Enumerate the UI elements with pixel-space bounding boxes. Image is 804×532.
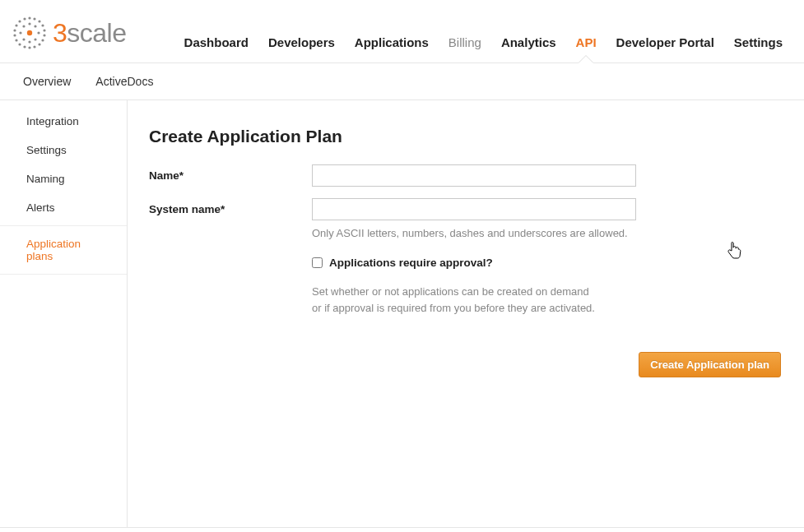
svg-point-10 — [23, 45, 26, 48]
logo[interactable]: 3scale — [12, 15, 127, 62]
svg-point-12 — [15, 39, 17, 41]
svg-point-15 — [15, 24, 17, 26]
logo-text: 3scale — [53, 18, 127, 49]
svg-point-24 — [19, 31, 21, 34]
svg-point-7 — [38, 43, 40, 45]
topnav-billing[interactable]: Billing — [439, 35, 491, 62]
svg-point-19 — [34, 25, 36, 27]
submit-row: Create Application plan — [149, 352, 783, 377]
approval-checkbox-label: Applications require approval? — [329, 257, 493, 269]
svg-point-1 — [33, 17, 35, 20]
form-row-system-name: System name* Only ASCII letters, numbers… — [149, 198, 783, 317]
svg-point-20 — [37, 31, 40, 34]
approval-checkbox[interactable] — [312, 257, 323, 268]
svg-point-22 — [28, 40, 30, 43]
topnav-dashboard[interactable]: Dashboard — [174, 35, 258, 62]
sidebar-item-naming[interactable]: Naming — [0, 164, 127, 193]
svg-point-11 — [18, 43, 21, 45]
svg-point-17 — [23, 17, 26, 20]
svg-point-6 — [41, 39, 44, 41]
main-panel: Create Application Plan Name* System nam… — [128, 100, 804, 527]
svg-point-5 — [43, 34, 45, 36]
logo-text-word: scale — [67, 18, 126, 48]
page-title: Create Application Plan — [149, 127, 783, 146]
svg-point-13 — [13, 34, 16, 36]
svg-point-16 — [18, 20, 21, 22]
sidebar: Integration Settings Naming Alerts Appli… — [0, 100, 128, 527]
svg-point-18 — [28, 22, 30, 25]
svg-point-25 — [22, 25, 25, 27]
sidebar-item-application-plans[interactable]: Application plans — [0, 229, 127, 271]
sidebar-separator — [0, 274, 127, 275]
sidebar-separator — [0, 225, 127, 226]
approval-explain-line-2: or if approval is required from you befo… — [312, 302, 595, 314]
topnav-developer-portal[interactable]: Developer Portal — [606, 35, 724, 62]
approval-checkbox-row: Applications require approval? — [312, 257, 636, 269]
svg-point-23 — [22, 38, 25, 40]
topnav-applications[interactable]: Applications — [345, 35, 439, 62]
logo-text-num: 3 — [53, 18, 67, 48]
create-application-plan-button[interactable]: Create Application plan — [639, 352, 781, 377]
svg-point-21 — [34, 38, 36, 40]
svg-point-26 — [27, 30, 32, 35]
svg-point-0 — [28, 16, 30, 19]
svg-point-2 — [38, 20, 40, 22]
content-wrap: Integration Settings Naming Alerts Appli… — [0, 100, 804, 528]
sidebar-item-settings[interactable]: Settings — [0, 136, 127, 164]
approval-explain-line-1: Set whether or not applications can be c… — [312, 285, 589, 298]
svg-point-8 — [33, 45, 35, 48]
sub-nav: Overview ActiveDocs — [0, 63, 804, 100]
svg-point-4 — [43, 29, 45, 31]
sidebar-item-alerts[interactable]: Alerts — [0, 193, 127, 222]
system-name-help-text: Only ASCII letters, numbers, dashes and … — [312, 225, 636, 242]
form-row-name: Name* — [149, 164, 783, 187]
topnav-developers[interactable]: Developers — [258, 35, 345, 62]
top-nav: Dashboard Developers Applications Billin… — [174, 35, 792, 62]
svg-point-3 — [41, 24, 44, 26]
system-name-label: System name* — [149, 198, 312, 215]
name-input[interactable] — [312, 164, 636, 187]
topnav-api[interactable]: API — [566, 35, 606, 62]
name-label: Name* — [149, 164, 312, 182]
system-name-input[interactable] — [312, 198, 636, 220]
subnav-overview[interactable]: Overview — [23, 75, 71, 88]
sidebar-item-integration[interactable]: Integration — [0, 107, 127, 136]
svg-point-14 — [13, 29, 16, 31]
topnav-analytics[interactable]: Analytics — [491, 35, 566, 62]
approval-explain-text: Set whether or not applications can be c… — [312, 284, 636, 318]
logo-mark-icon — [12, 15, 48, 51]
svg-point-9 — [28, 46, 30, 49]
topnav-settings[interactable]: Settings — [724, 35, 792, 62]
header-bar: 3scale Dashboard Developers Applications… — [0, 0, 804, 63]
subnav-activedocs[interactable]: ActiveDocs — [95, 75, 153, 88]
